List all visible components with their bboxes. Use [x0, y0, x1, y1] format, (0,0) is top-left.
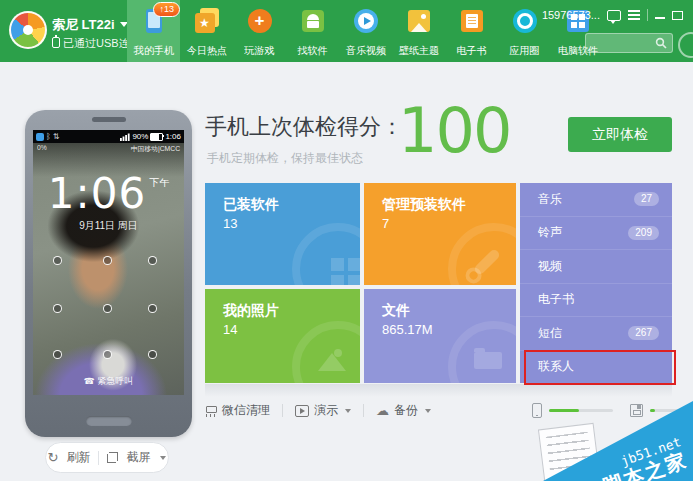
app-logo-icon[interactable] [9, 11, 47, 49]
wechat-clean-button[interactable]: 微信清理 [205, 402, 270, 419]
pattern-dot [148, 304, 157, 313]
tile-files[interactable]: 文件 865.17M [364, 289, 516, 383]
main-tabs: ↑13 我的手机 ★ 今日热点 + 玩游戏 找软件 音乐视频 [127, 0, 604, 62]
pattern-dot [103, 350, 112, 359]
media-row-ebooks[interactable]: 电子书 [520, 284, 672, 318]
search-box [585, 33, 673, 53]
chevron-down-icon [160, 456, 166, 460]
menu-icon[interactable] [628, 10, 640, 20]
refresh-icon: ↻ [48, 450, 59, 465]
pattern-dot [53, 350, 62, 359]
signal-icon [120, 133, 130, 141]
minimize-button[interactable] [655, 17, 665, 19]
maximize-button[interactable] [672, 11, 683, 20]
page-subtitle: 手机定期体检，保持最佳状态 [207, 150, 363, 167]
tile-preinstalled-apps[interactable]: 管理预装软件 7 [364, 183, 516, 285]
device-name: 索尼 LT22i [52, 17, 115, 32]
storage-sliders [532, 403, 688, 418]
phone-mockup: ᛒ ⇅ 90% 1:06 0% 中国移动|CMCC 1:06下午 9月1 [25, 110, 192, 437]
book-icon [459, 8, 485, 34]
count-badge: 209 [628, 226, 659, 240]
clock-date: 9月11日 周日 [33, 219, 184, 233]
crop-icon [107, 452, 118, 463]
usb-icon [52, 37, 60, 48]
pattern-dot [148, 256, 157, 265]
count-badge: 267 [628, 326, 659, 340]
status-time: 1:06 [165, 132, 181, 141]
tab-music-video[interactable]: 音乐视频 [339, 0, 392, 62]
picture-icon [406, 8, 432, 34]
demo-button[interactable]: 演示 [295, 402, 351, 419]
pattern-dot [103, 256, 112, 265]
phone-action-bar: ↻ 刷新 截屏 [45, 442, 169, 473]
app-window: 索尼 LT22i 已通过USB连接 ↑13 我的手机 ★ 今日热点 + 玩游戏 … [0, 0, 693, 481]
device-selector[interactable]: 索尼 LT22i [52, 16, 128, 34]
header-toolbar: 索尼 LT22i 已通过USB连接 ↑13 我的手机 ★ 今日热点 + 玩游戏 … [0, 0, 693, 62]
battery-percent: 90% [132, 132, 148, 141]
sync-icon: ⇅ [53, 133, 60, 141]
media-row-music[interactable]: 音乐27 [520, 183, 672, 217]
refresh-button[interactable]: 刷新 [66, 449, 90, 466]
brush-icon [205, 405, 217, 417]
tab-my-phone[interactable]: ↑13 我的手机 [127, 0, 180, 62]
tile-my-photos[interactable]: 我的照片 14 [205, 289, 360, 383]
play-circle-icon [353, 8, 379, 34]
usb-debug-icon [36, 133, 44, 141]
pattern-dot [103, 304, 112, 313]
home-button-slot [86, 416, 132, 426]
checkup-now-button[interactable]: 立即体检 [568, 117, 672, 152]
tile-installed-apps[interactable]: 已装软件 13 [205, 183, 360, 285]
media-panel: 音乐27 铃声209 视频 电子书 短信267 联系人 [520, 183, 672, 383]
header-right-controls: 15976573... [542, 9, 683, 21]
tiles-reflection [205, 384, 672, 397]
tab-games[interactable]: + 玩游戏 [233, 0, 286, 62]
divider [363, 404, 364, 417]
media-row-videos[interactable]: 视频 [520, 250, 672, 284]
search-icon[interactable] [655, 37, 667, 49]
chevron-down-icon [425, 409, 431, 413]
tab-hot-today[interactable]: ★ 今日热点 [180, 0, 233, 62]
emergency-call: ☎ 紧急呼叫 [33, 375, 184, 388]
lockscreen-clock: 1:06下午 9月11日 周日 [33, 173, 184, 233]
phone-status-bar: ᛒ ⇅ 90% 1:06 [33, 130, 184, 143]
pattern-dot [53, 256, 62, 265]
phone-storage-slider[interactable] [549, 409, 613, 412]
health-score: 100 [398, 98, 510, 163]
chevron-down-icon [345, 409, 351, 413]
page-title: 手机上次体检得分： [205, 112, 403, 142]
tab-wallpaper-theme[interactable]: 壁纸主题 [392, 0, 445, 62]
tab-ebook[interactable]: 电子书 [445, 0, 498, 62]
bluetooth-icon: ᛒ [46, 133, 51, 141]
media-row-ringtones[interactable]: 铃声209 [520, 217, 672, 251]
lockscreen-photo: 0% 中国移动|CMCC 1:06下午 9月11日 周日 ☎ 紧急呼叫 [33, 143, 184, 395]
pattern-dot [53, 304, 62, 313]
disk-storage-icon [630, 404, 643, 417]
divider [98, 451, 99, 465]
apps-grid-icon [292, 223, 360, 285]
phone-storage-icon [532, 403, 542, 418]
count-badge: 27 [634, 192, 659, 206]
account-number: 15976573... [542, 9, 600, 21]
clock-period: 下午 [149, 177, 169, 188]
screenshot-button[interactable]: 截屏 [126, 449, 150, 466]
folder-star-icon: ★ [194, 8, 220, 34]
photo-icon [292, 321, 360, 383]
backup-button[interactable]: ☁备份 [376, 402, 431, 419]
cloud-icon: ☁ [376, 404, 389, 417]
message-icon[interactable] [607, 10, 621, 21]
phone-screen: ᛒ ⇅ 90% 1:06 0% 中国移动|CMCC 1:06下午 9月1 [33, 130, 184, 395]
media-row-contacts[interactable]: 联系人 [520, 351, 672, 384]
play-box-icon [295, 405, 309, 417]
tab-find-apps[interactable]: 找软件 [286, 0, 339, 62]
pattern-dot [148, 350, 157, 359]
charge-percent: 0% [37, 144, 47, 152]
divider [647, 9, 648, 21]
battery-icon [150, 133, 163, 141]
gamepad-icon: + [247, 8, 273, 34]
feedback-button[interactable] [678, 32, 693, 58]
ring-icon [512, 8, 538, 34]
media-row-sms[interactable]: 短信267 [520, 317, 672, 351]
search-input[interactable] [590, 35, 658, 53]
carrier-label: 中国移动|CMCC [131, 144, 180, 153]
divider [282, 404, 283, 417]
